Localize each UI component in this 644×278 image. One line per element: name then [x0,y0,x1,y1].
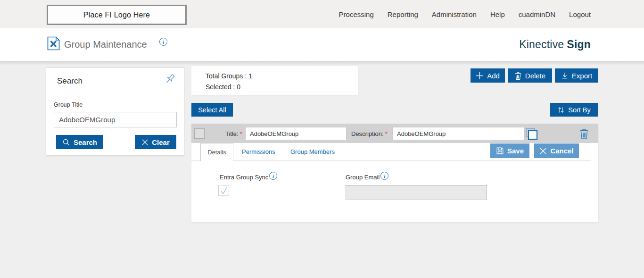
row-title-input[interactable] [245,127,347,140]
delete-button[interactable]: Delete [508,68,552,83]
tab-permissions[interactable]: Permissions [242,143,275,160]
search-button-label: Search [74,138,97,146]
entra-group-sync-label-row: Entra Group Sync i [220,174,277,181]
group-email-label: Group Email [346,174,380,181]
export-button[interactable]: Export [555,68,598,83]
entra-group-sync-checkbox[interactable] [218,185,229,196]
main-nav: Processing Reporting Administration Help… [339,0,591,28]
sort-icon [557,106,565,114]
select-all-button[interactable]: Select All [191,103,233,117]
nav-processing[interactable]: Processing [339,10,374,18]
page-title-info-icon[interactable]: i [159,38,167,46]
group-toolbar: Add Delete Export [471,68,598,83]
group-email-info-icon[interactable]: i [380,172,388,180]
page-title: Group Maintenance [64,28,147,61]
fi-logo-text: Place FI Logo Here [83,11,150,19]
sort-by-button-label: Sort By [568,106,591,114]
description-required-marker: * [385,130,388,137]
delete-button-label: Delete [525,72,545,80]
description-label: Description:* [351,130,388,137]
cancel-x-icon [539,147,547,155]
nav-administration[interactable]: Administration [432,10,477,18]
add-button-label: Add [487,72,500,80]
group-email-input[interactable] [346,185,487,200]
trash-icon [514,71,522,80]
check-icon [219,186,229,195]
row-delete-icon[interactable] [579,127,589,140]
group-title-input[interactable] [54,112,177,127]
tab-group-members[interactable]: Group Members [290,143,335,160]
top-bar: Place FI Logo Here Processing Reporting … [0,0,644,28]
export-button-label: Export [572,72,592,80]
search-panel-title: Search [57,76,83,86]
sort-by-button[interactable]: Sort By [550,103,598,117]
brand-logo: Kinective Sign [519,28,591,61]
add-button[interactable]: Add [471,68,505,83]
total-groups-text: Total Groups : 1 [206,71,358,82]
nav-reporting[interactable]: Reporting [388,10,418,18]
title-required-marker: * [240,130,242,137]
group-detail-panel: Title:* Description:* Details Permission… [191,124,598,222]
groups-summary: Total Groups : 1 Selected : 0 [191,66,358,95]
header-divider [0,61,644,65]
save-button[interactable]: Save [490,143,529,158]
tab-strip-divider [191,160,591,161]
nav-logout[interactable]: Logout [569,10,591,18]
title-label: Title:* [225,130,242,137]
brand-name: Kinective [519,38,564,51]
save-icon [496,147,504,155]
cancel-button[interactable]: Cancel [534,143,579,158]
row-description-input[interactable] [392,127,525,140]
group-maintenance-icon [47,36,60,51]
selected-count-text: Selected : 0 [206,82,358,93]
nav-help[interactable]: Help [490,10,505,18]
download-icon [561,72,569,80]
group-email-label-row: Group Email i [346,174,388,181]
copy-icon[interactable] [524,126,539,142]
entra-group-sync-label: Entra Group Sync [220,174,268,181]
group-row: Title:* Description:* [191,124,598,143]
search-button[interactable]: Search [56,135,103,149]
nav-user-cuadmindn[interactable]: cuadminDN [519,10,555,18]
group-title-label: Group Title [54,101,83,108]
search-icon [62,138,70,146]
pin-icon[interactable] [163,73,176,86]
plus-icon [476,72,484,80]
brand-product: Sign [567,38,591,51]
tab-details[interactable]: Details [200,143,233,161]
row-checkbox[interactable] [194,128,205,139]
x-icon [141,139,149,146]
entra-group-sync-info-icon[interactable]: i [269,172,277,180]
save-button-label: Save [507,147,524,155]
cancel-button-label: Cancel [550,147,573,155]
clear-button-label: Clear [152,138,170,146]
fi-logo-placeholder: Place FI Logo Here [47,5,187,25]
clear-button[interactable]: Clear [135,135,176,149]
search-panel: Search Group Title Search Clear [46,67,184,156]
